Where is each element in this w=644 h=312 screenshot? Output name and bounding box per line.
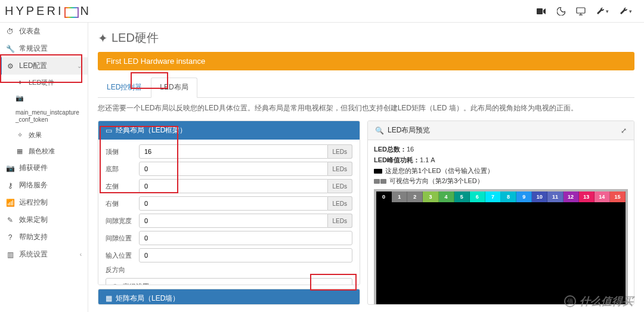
expand-icon[interactable]: ⤢	[621, 126, 627, 135]
svg-rect-1	[577, 8, 585, 13]
monitor-icon[interactable]	[576, 7, 586, 16]
sidebar-item-capture-hw[interactable]: 📷捕获硬件	[0, 159, 88, 177]
led-cell: 2	[407, 191, 423, 202]
instance-banner: First LED Hardware instance	[98, 52, 634, 70]
chevron-down-icon: ⌄	[77, 63, 82, 69]
sidebar-item-network[interactable]: ⚷网络服务	[0, 177, 88, 194]
tabs: LED控制器 LED布局	[98, 78, 634, 98]
input-gap-width[interactable]	[139, 214, 328, 228]
classic-layout-panel: ▭ 经典布局（LED框架） 顶侧LEDs 底部LEDs 左侧LEDs 右侧LED…	[98, 121, 360, 285]
sidebar-item-remote[interactable]: 📶远程控制	[0, 194, 88, 211]
main: ✦ LED硬件 First LED Hardware instance LED控…	[88, 23, 644, 312]
image-icon: ▦	[16, 147, 24, 155]
led-total: LED总数：16	[374, 145, 628, 154]
led-cell: 15	[610, 191, 626, 202]
label-reverse: 反方向	[106, 265, 134, 274]
wrench-dropdown2-icon[interactable]: ▾	[620, 7, 632, 16]
label-gap-pos: 间隙位置	[106, 234, 134, 243]
grid-icon: ▦	[106, 294, 112, 302]
chevron-left-icon: ‹	[80, 251, 82, 258]
led-cell: 5	[454, 191, 470, 202]
input-gap-pos[interactable]	[139, 231, 352, 245]
legend-first-led: 这是您的第1个LED（信号输入位置）	[374, 166, 628, 175]
classic-panel-header[interactable]: ▭ 经典布局（LED框架）	[98, 121, 360, 140]
layout-description: 您还需要一个LED布局以反映您的LED具体位置。经典布局是常用电视框架，但我们也…	[98, 103, 634, 113]
network-icon: ⚷	[6, 181, 14, 190]
advanced-settings-toggle[interactable]: ⚙ 高级设置 ⌄	[106, 278, 352, 285]
bulb-icon: ✦	[16, 79, 24, 87]
wrench-dropdown-icon[interactable]: ▾	[596, 7, 609, 16]
sparkle-icon: ✧	[16, 131, 24, 139]
camera-icon: 📷	[16, 94, 24, 102]
led-preview-frame: 0123456789101112131415	[374, 189, 628, 305]
addon-leds: LEDs	[328, 144, 352, 159]
input-input-pos[interactable]	[139, 248, 352, 262]
input-left[interactable]	[139, 179, 328, 193]
sidebar-item-led-hardware[interactable]: ✦LED硬件	[0, 75, 88, 91]
topbar: HYPERIN ▾ ▾	[0, 0, 644, 23]
chart-icon: ▥	[6, 251, 14, 259]
label-left: 左侧	[106, 182, 134, 191]
sidebar-item-dashboard[interactable]: ⏱仪表盘	[0, 23, 88, 40]
input-right[interactable]	[139, 196, 328, 211]
addon-leds: LEDs	[328, 214, 352, 228]
led-cell: 4	[439, 191, 454, 202]
sidebar-item-led-config[interactable]: ⚙LED配置⌄	[0, 57, 88, 75]
matrix-panel-header[interactable]: ▦ 矩阵布局（LED墙）	[98, 289, 360, 305]
label-bottom: 底部	[106, 165, 134, 174]
search-icon: 🔍	[375, 126, 384, 135]
label-right: 右侧	[106, 199, 134, 208]
input-top[interactable]	[139, 144, 328, 159]
chevron-down-icon: ⌄	[341, 283, 346, 285]
tab-layout[interactable]: LED布局	[151, 78, 197, 98]
wifi-icon: 📶	[6, 199, 14, 207]
led-power: LED峰值功耗：1.1 A	[374, 156, 628, 165]
swatch-black	[374, 169, 382, 174]
wrench-icon: 🔧	[6, 45, 14, 53]
led-cell: 1	[392, 191, 407, 202]
matrix-layout-panel: ▦ 矩阵布局（LED墙）	[98, 289, 360, 305]
sidebar-item-general[interactable]: 🔧常规设置	[0, 40, 88, 57]
sidebar-item-capture[interactable]: 📷	[0, 91, 88, 106]
tv-icon: ▭	[106, 126, 112, 135]
led-cell: 3	[423, 191, 438, 202]
bulb-icon: ✦	[98, 31, 108, 45]
input-bottom[interactable]	[139, 162, 328, 176]
video-icon[interactable]	[537, 8, 546, 15]
camera2-icon: 📷	[6, 164, 14, 172]
led-cell: 0	[376, 191, 392, 202]
led-cell: 13	[579, 191, 595, 202]
moon-icon[interactable]	[557, 7, 565, 16]
led-cell: 14	[595, 191, 610, 202]
sidebar-item-effect-custom[interactable]: ✎效果定制	[0, 211, 88, 228]
gear-icon: ⚙	[6, 62, 14, 70]
led-cell: 10	[532, 191, 547, 202]
led-cell: 8	[501, 191, 516, 202]
pen-icon: ✎	[6, 216, 14, 224]
tab-controller[interactable]: LED控制器	[98, 78, 151, 97]
led-strip: 0123456789101112131415	[376, 191, 626, 202]
sidebar-item-instcapture[interactable]: main_menu_instcapture_conf_token	[0, 106, 88, 127]
sliders-icon: ⚙	[112, 283, 118, 285]
label-gap-width: 间隙宽度	[106, 217, 134, 225]
sidebar: ⏱仪表盘 🔧常规设置 ⚙LED配置⌄ ✦LED硬件 📷 main_menu_in…	[0, 23, 88, 312]
sidebar-item-system[interactable]: ▥系统设置‹	[0, 246, 88, 263]
help-icon: ?	[6, 233, 14, 242]
sidebar-item-effects[interactable]: ✧效果	[0, 127, 88, 143]
addon-leds: LEDs	[328, 179, 352, 193]
dashboard-icon: ⏱	[6, 27, 14, 36]
preview-body: LED总数：16 LED峰值功耗：1.1 A 这是您的第1个LED（信号输入位置…	[368, 140, 634, 305]
watermark-logo: 值	[564, 295, 576, 307]
swatch-grey	[374, 179, 386, 184]
label-input-pos: 输入位置	[106, 251, 134, 260]
logo: HYPERIN	[5, 4, 91, 18]
svg-rect-0	[537, 8, 543, 14]
legend-direction: 可视信号方向（第2/第3个LED）	[374, 177, 628, 186]
led-cell: 7	[485, 191, 501, 202]
page-title: ✦ LED硬件	[98, 30, 634, 46]
led-cell: 6	[470, 191, 485, 202]
led-cell: 11	[547, 191, 563, 202]
label-top: 顶侧	[106, 147, 134, 156]
sidebar-item-help[interactable]: ?帮助支持	[0, 228, 88, 246]
sidebar-item-color-cal[interactable]: ▦颜色校准	[0, 143, 88, 159]
